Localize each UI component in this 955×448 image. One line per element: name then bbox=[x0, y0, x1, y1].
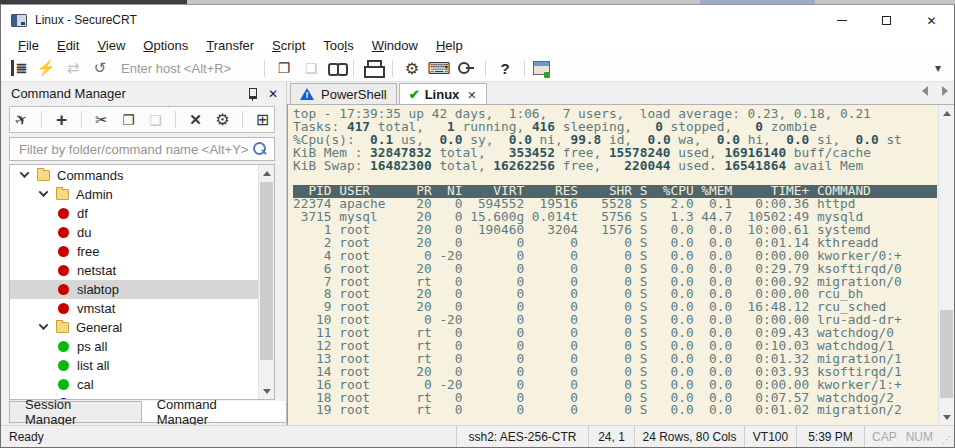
tree-item-env-home[interactable]: env home bbox=[10, 394, 258, 399]
tree-item-label: netstat bbox=[77, 263, 116, 278]
folder-icon bbox=[56, 189, 69, 200]
toolbar-separator bbox=[242, 111, 243, 128]
tree-item-free[interactable]: free bbox=[10, 242, 258, 261]
tree-item-commands[interactable]: Commands bbox=[10, 166, 258, 185]
tab-scroll-left-icon[interactable] bbox=[922, 86, 928, 96]
status-cursor-position: 24, 1 bbox=[588, 426, 634, 447]
monitor-icon[interactable] bbox=[532, 57, 550, 79]
quick-connect-icon[interactable] bbox=[34, 57, 58, 79]
tab-linux[interactable]: Linux bbox=[399, 83, 487, 104]
options-icon[interactable] bbox=[400, 57, 424, 79]
scroll-down-icon[interactable] bbox=[939, 409, 954, 425]
tree-item-cal[interactable]: cal bbox=[10, 375, 258, 394]
command-dot-icon bbox=[58, 398, 69, 399]
send-icon[interactable] bbox=[10, 109, 33, 131]
command-manager-panel: Command Manager CommandsAdmindfdufreenet… bbox=[1, 82, 287, 425]
help-icon[interactable] bbox=[493, 57, 517, 79]
tree-scrollbar[interactable] bbox=[258, 165, 274, 399]
host-input[interactable] bbox=[119, 60, 257, 77]
filter-input[interactable] bbox=[17, 141, 251, 158]
toolbar-overflow-icon[interactable] bbox=[926, 57, 950, 79]
filter-box bbox=[9, 137, 275, 161]
tab-powershell[interactable]: ! PowerShell bbox=[290, 83, 397, 104]
check-icon bbox=[409, 87, 420, 102]
command-dot-icon bbox=[58, 227, 69, 238]
close-button[interactable] bbox=[909, 5, 954, 35]
tree-item-label: free bbox=[77, 244, 99, 259]
tree-item-list-all[interactable]: list all bbox=[10, 356, 258, 375]
toolbar-separator bbox=[81, 111, 82, 128]
maximize-button[interactable] bbox=[864, 5, 909, 35]
chevron-down-icon[interactable] bbox=[39, 320, 49, 330]
tree-item-ps-all[interactable]: ps all bbox=[10, 337, 258, 356]
cut-icon[interactable] bbox=[90, 109, 113, 131]
tree-item-label: env home bbox=[77, 396, 134, 399]
keys-icon[interactable] bbox=[454, 57, 478, 79]
panel-header: Command Manager bbox=[1, 82, 286, 105]
command-tree: CommandsAdmindfdufreenetstatslabtopvmsta… bbox=[9, 164, 275, 400]
tree-item-label: df bbox=[77, 206, 88, 221]
command-dot-icon bbox=[58, 360, 69, 371]
keymap-icon[interactable] bbox=[427, 57, 451, 79]
app-icon bbox=[11, 14, 27, 27]
warning-icon: ! bbox=[300, 88, 315, 101]
tab-scroll-right-icon[interactable] bbox=[942, 86, 948, 96]
menu-transfer[interactable]: Transfer bbox=[197, 37, 263, 54]
close-tab-icon[interactable] bbox=[467, 87, 476, 102]
status-emulation: VT100 bbox=[744, 426, 796, 447]
folder-icon bbox=[56, 322, 69, 333]
terminal-scrollbar[interactable] bbox=[938, 105, 954, 425]
resize-grip[interactable]: ⋰ bbox=[940, 426, 954, 447]
terminal-scrollbar-thumb[interactable] bbox=[940, 310, 953, 398]
scroll-up-icon[interactable] bbox=[259, 165, 274, 181]
copy-icon[interactable] bbox=[272, 57, 296, 79]
tree-item-du[interactable]: du bbox=[10, 223, 258, 242]
panel-close-icon[interactable] bbox=[268, 86, 278, 101]
process-row: 19 root rt 0 0 0 0 S 0.0 0.0 0:01.02 mig… bbox=[293, 404, 937, 417]
menu-edit[interactable]: Edit bbox=[48, 37, 88, 54]
chevron-down-icon[interactable] bbox=[20, 168, 30, 178]
settings-icon[interactable] bbox=[211, 109, 234, 131]
terminal-screen[interactable]: top - 17:39:35 up 42 days, 1:06, 7 users… bbox=[288, 105, 937, 425]
tree-item-label: Commands bbox=[57, 168, 123, 183]
scroll-down-icon[interactable] bbox=[259, 383, 274, 399]
session-manager-icon[interactable] bbox=[7, 57, 31, 79]
menu-script[interactable]: Script bbox=[263, 37, 314, 54]
command-dot-icon bbox=[58, 341, 69, 352]
paste-icon[interactable] bbox=[144, 109, 167, 131]
tree-item-admin[interactable]: Admin bbox=[10, 185, 258, 204]
menu-options[interactable]: Options bbox=[134, 37, 197, 54]
pin-icon[interactable] bbox=[244, 86, 260, 102]
menu-file[interactable]: File bbox=[9, 37, 48, 54]
tree-item-slabtop[interactable]: slabtop bbox=[10, 280, 258, 299]
tree-item-netstat[interactable]: netstat bbox=[10, 261, 258, 280]
find-icon[interactable] bbox=[326, 57, 346, 79]
toolbar-separator bbox=[392, 60, 393, 77]
tree-item-general[interactable]: General bbox=[10, 318, 258, 337]
tab-session-manager[interactable]: Session Manager bbox=[9, 401, 142, 423]
delete-icon[interactable] bbox=[184, 109, 207, 131]
copy-icon[interactable] bbox=[117, 109, 140, 131]
connect-in-tab-icon[interactable] bbox=[88, 57, 112, 79]
tab-command-manager[interactable]: Command Manager bbox=[141, 401, 287, 423]
paste-icon[interactable] bbox=[299, 57, 323, 79]
scroll-up-icon[interactable] bbox=[939, 105, 954, 121]
menu-view[interactable]: View bbox=[88, 37, 134, 54]
app-window: Linux - SecureCRT FileEditViewOptionsTra… bbox=[0, 4, 955, 448]
menu-bar: FileEditViewOptionsTransferScriptToolsWi… bbox=[1, 35, 954, 55]
menu-tools[interactable]: Tools bbox=[314, 37, 362, 54]
menu-window[interactable]: Window bbox=[363, 37, 427, 54]
new-folder-icon[interactable] bbox=[251, 109, 274, 131]
print-icon[interactable] bbox=[361, 57, 385, 79]
minimize-button[interactable] bbox=[819, 5, 864, 35]
menu-help[interactable]: Help bbox=[427, 37, 472, 54]
chevron-down-icon[interactable] bbox=[39, 187, 49, 197]
tree-item-vmstat[interactable]: vmstat bbox=[10, 299, 258, 318]
tree-item-df[interactable]: df bbox=[10, 204, 258, 223]
add-icon[interactable] bbox=[50, 109, 73, 131]
tree-scrollbar-thumb[interactable] bbox=[260, 182, 273, 360]
reconnect-icon[interactable] bbox=[61, 57, 85, 79]
toolbar-separator bbox=[485, 60, 486, 77]
toolbar-separator bbox=[41, 111, 42, 128]
panel-tab-bar: Session Manager Command Manager bbox=[1, 401, 286, 425]
